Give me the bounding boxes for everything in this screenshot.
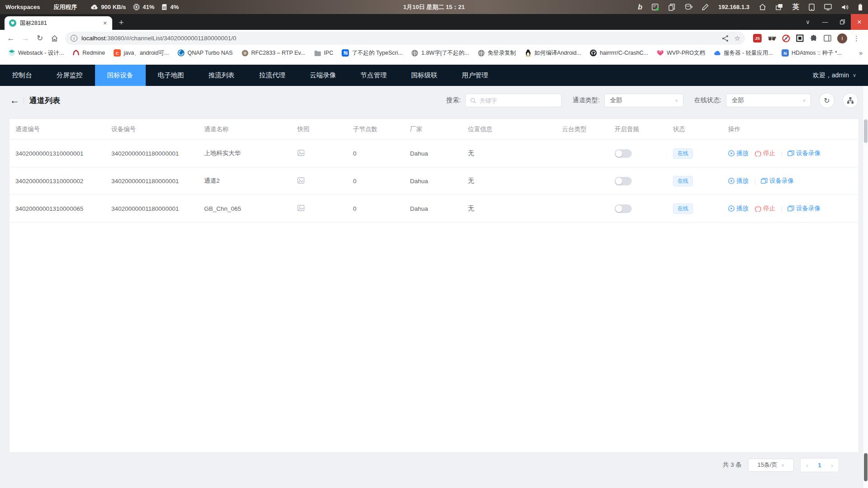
stop-action[interactable]: 停止 [755,149,775,157]
bookmark-item[interactable]: RFC2833 – RTP Ev... [238,48,308,57]
scrollbar-track[interactable] [863,86,868,488]
column-header: 子节点数 [347,125,404,133]
bookmark-item[interactable]: 1.8W字|了不起的... [409,48,472,58]
bookmark-item[interactable]: QNAP Turbo NAS [175,48,235,57]
battery-icon[interactable] [858,4,863,11]
nav-tab-国标设备[interactable]: 国标设备 [95,65,146,86]
site-info-icon[interactable]: i [71,35,77,42]
record-action[interactable]: 设备录像 [787,149,820,157]
home-icon[interactable] [759,4,766,10]
reload-icon[interactable]: ↻ [33,32,46,45]
applications-menu[interactable]: 应用程序 [53,3,77,11]
home-icon[interactable] [48,32,61,45]
nav-tab-分屏监控[interactable]: 分屏监控 [44,65,95,86]
bookmarks-overflow-icon[interactable]: » [859,49,863,57]
extensions-puzzle-icon[interactable] [810,34,818,43]
play-action[interactable]: 播放 [728,149,749,157]
snapshot-thumbnail[interactable] [297,150,305,156]
coffee-icon[interactable] [685,4,692,10]
next-page-icon[interactable]: › [831,461,833,469]
bookmark-item[interactable]: Cjava、android可... [111,48,172,58]
audio-toggle[interactable] [615,149,632,158]
windows-icon[interactable] [776,4,783,10]
bookmark-item[interactable]: 知了不起的 TypeScri... [339,48,405,58]
profile-avatar[interactable]: I [837,33,847,43]
nav-tab-拉流代理[interactable]: 拉流代理 [247,65,298,86]
record-action[interactable]: 设备录像 [761,177,794,185]
wvp-icon [657,49,664,57]
side-panel-icon[interactable] [824,35,831,42]
scrollbar-thumb[interactable] [864,453,868,481]
bookmark-item[interactable]: 如何编译Android... [522,48,584,58]
browser-tab[interactable]: 国标28181 × [5,16,112,30]
nav-tab-云端录像[interactable]: 云端录像 [298,65,348,86]
search-label: 搜索: [446,96,461,104]
back-button[interactable]: ← [10,95,23,106]
blocker-extension-icon[interactable] [782,34,790,43]
scrollbar-thumb[interactable] [864,119,868,143]
browser-menu-kebab-icon[interactable]: ⋮ [853,34,860,43]
bookmark-item[interactable]: 服务器 - 轻量应用... [711,48,776,58]
tablet-icon[interactable] [809,4,815,11]
goggles-extension-icon[interactable] [768,35,776,41]
vendor-cell: Dahua [404,178,462,185]
audio-toggle[interactable] [615,204,632,213]
new-tab-button[interactable]: + [115,16,128,29]
nav-tab-用户管理[interactable]: 用户管理 [450,65,501,86]
tab-close-icon[interactable]: × [101,19,109,27]
snapshot-thumbnail[interactable] [297,177,305,184]
window-close-button[interactable]: × [851,14,868,30]
screenshot-app-icon[interactable] [652,4,659,11]
pen-icon[interactable] [702,4,709,10]
tab-favicon [9,19,16,27]
screenshot-extension-icon[interactable] [796,34,804,42]
system-tray: b192.168.1.3英 [638,3,863,11]
display-icon[interactable] [824,4,832,10]
workspaces-button[interactable]: Workspaces [5,4,40,10]
url-text[interactable]: localhost:38080/#/channelList/3402000000… [81,35,716,42]
bookmark-item[interactable]: WVP-PRO文档 [654,48,708,58]
share-icon[interactable] [722,35,729,42]
current-page[interactable]: 1 [818,462,821,469]
play-action[interactable]: 播放 [728,204,749,213]
prev-page-icon[interactable]: ‹ [806,461,808,469]
stop-action[interactable]: 停止 [755,204,775,213]
nav-tab-节点管理[interactable]: 节点管理 [348,65,399,86]
bookmark-item[interactable]: 免登录复制 [475,48,519,58]
online-status-select[interactable]: 全部∨ [726,94,811,107]
js-extension-icon[interactable]: JS [753,34,762,43]
snapshot-thumbnail[interactable] [297,205,305,211]
copy-icon[interactable] [668,4,675,11]
vendor-cell: Dahua [404,205,462,212]
bookmark-item[interactable]: IPC [311,48,336,57]
bookmark-item[interactable]: NHDAtmos :: 种子 *... [779,48,844,58]
user-menu[interactable]: 欢迎，admin ∨ [813,65,868,86]
volume-icon[interactable] [841,4,849,10]
search-keyword-field[interactable] [479,97,559,104]
bookmark-item[interactable]: Webstack - 设计... [5,48,67,58]
refresh-button[interactable]: ↻ [819,93,835,108]
nav-tab-控制台[interactable]: 控制台 [0,65,44,86]
bing-icon[interactable]: b [638,4,643,11]
window-restore-button[interactable] [834,14,851,30]
channel-type-select[interactable]: 全部∨ [604,94,683,107]
nav-tab-国标级联[interactable]: 国标级联 [399,65,450,86]
nav-tab-电子地图[interactable]: 电子地图 [146,65,196,86]
bookmark-item[interactable]: hairrrrr/C-CrashC... [587,48,651,57]
window-minimize-button[interactable]: — [816,14,834,30]
snapshot-cell [291,150,347,157]
bookmark-star-icon[interactable]: ☆ [734,34,740,43]
nav-tab-推流列表[interactable]: 推流列表 [196,65,247,86]
record-action[interactable]: 设备录像 [787,204,820,213]
forward-icon[interactable]: → [19,32,32,45]
page-size-select[interactable]: 15条/页∨ [748,459,794,472]
play-action[interactable]: 播放 [728,177,749,185]
address-bar[interactable]: i localhost:38080/#/channelList/34020000… [65,32,745,45]
back-icon[interactable]: ← [5,32,17,45]
tree-view-button[interactable] [843,93,858,108]
tab-search-chevron-icon[interactable]: ∨ [799,14,816,30]
audio-toggle[interactable] [615,177,632,185]
search-input[interactable] [465,94,562,107]
bookmark-item[interactable]: Redmine [70,48,108,57]
input-language-indicator[interactable]: 英 [792,3,799,11]
